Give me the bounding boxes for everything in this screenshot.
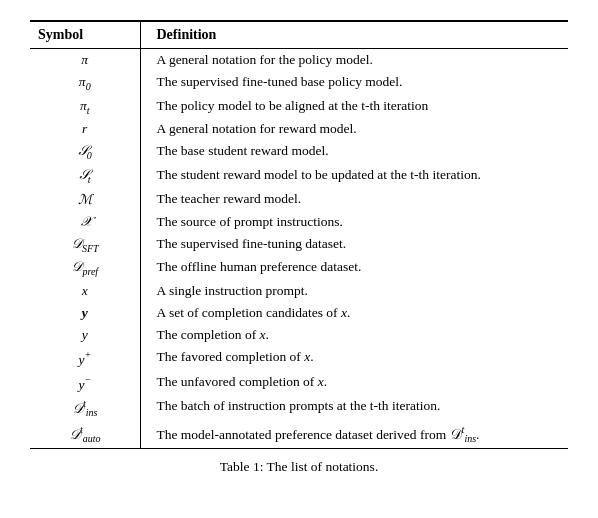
table-row: π0The supervised fine-tuned base policy …	[30, 71, 568, 95]
symbol-cell: 𝒮0	[30, 140, 140, 164]
table-header-row: Symbol Definition	[30, 21, 568, 49]
table-row: πtThe policy model to be aligned at the …	[30, 95, 568, 119]
definition-header: Definition	[140, 21, 568, 49]
symbol-cell: y+	[30, 346, 140, 371]
symbol-cell: π0	[30, 71, 140, 95]
symbol-cell: y	[30, 324, 140, 346]
table-row: πA general notation for the policy model…	[30, 49, 568, 72]
table-row: yA set of completion candidates of x.	[30, 302, 568, 324]
definition-cell: A general notation for the policy model.	[140, 49, 568, 72]
symbol-cell: 𝒟tauto	[30, 421, 140, 448]
definition-cell: The supervised fine-tuned base policy mo…	[140, 71, 568, 95]
definition-cell: The offline human preference dataset.	[140, 256, 568, 280]
definition-cell: The teacher reward model.	[140, 188, 568, 211]
table-row: yThe completion of x.	[30, 324, 568, 346]
table-row: rA general notation for reward model.	[30, 118, 568, 140]
symbol-cell: 𝒟tins	[30, 395, 140, 421]
symbol-cell: r	[30, 118, 140, 140]
symbol-cell: y−	[30, 371, 140, 396]
symbol-cell: y	[30, 302, 140, 324]
table-row: 𝒮0The base student reward model.	[30, 140, 568, 164]
definition-cell: The source of prompt instructions.	[140, 211, 568, 233]
definition-cell: The favored completion of x.	[140, 346, 568, 371]
table-row: ℳThe teacher reward model.	[30, 188, 568, 211]
symbol-cell: 𝒳	[30, 211, 140, 233]
symbol-cell: πt	[30, 95, 140, 119]
definition-cell: The supervised fine-tuning dataset.	[140, 233, 568, 257]
symbol-cell: x	[30, 280, 140, 302]
definition-cell: The model-annotated preference dataset d…	[140, 421, 568, 448]
symbol-cell: ℳ	[30, 188, 140, 211]
notation-table-wrapper: Symbol Definition πA general notation fo…	[30, 20, 568, 475]
table-row: 𝒟tinsThe batch of instruction prompts at…	[30, 395, 568, 421]
table-row: y+The favored completion of x.	[30, 346, 568, 371]
table-row: y−The unfavored completion of x.	[30, 371, 568, 396]
symbol-cell: 𝒟pref	[30, 256, 140, 280]
symbol-cell: π	[30, 49, 140, 72]
table-row: 𝒟prefThe offline human preference datase…	[30, 256, 568, 280]
definition-cell: The batch of instruction prompts at the …	[140, 395, 568, 421]
table-row: 𝒟SFTThe supervised fine-tuning dataset.	[30, 233, 568, 257]
definition-cell: A general notation for reward model.	[140, 118, 568, 140]
table-row: 𝒳The source of prompt instructions.	[30, 211, 568, 233]
table-row: 𝒮tThe student reward model to be updated…	[30, 164, 568, 188]
symbol-cell: 𝒟SFT	[30, 233, 140, 257]
table-caption: Table 1: The list of notations.	[30, 459, 568, 475]
definition-cell: The policy model to be aligned at the t-…	[140, 95, 568, 119]
definition-cell: The completion of x.	[140, 324, 568, 346]
symbol-header: Symbol	[30, 21, 140, 49]
definition-cell: The base student reward model.	[140, 140, 568, 164]
table-row: xA single instruction prompt.	[30, 280, 568, 302]
notation-table: Symbol Definition πA general notation fo…	[30, 20, 568, 449]
definition-cell: The student reward model to be updated a…	[140, 164, 568, 188]
definition-cell: A set of completion candidates of x.	[140, 302, 568, 324]
definition-cell: The unfavored completion of x.	[140, 371, 568, 396]
symbol-cell: 𝒮t	[30, 164, 140, 188]
table-row: 𝒟tautoThe model-annotated preference dat…	[30, 421, 568, 448]
definition-cell: A single instruction prompt.	[140, 280, 568, 302]
